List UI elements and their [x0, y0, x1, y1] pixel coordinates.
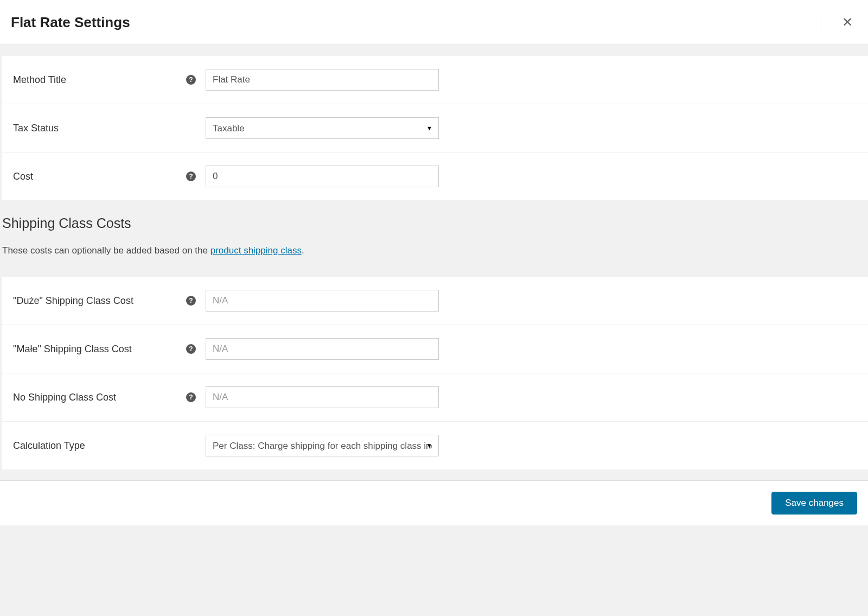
duze-input[interactable] — [206, 290, 439, 312]
page-title: Flat Rate Settings — [11, 14, 130, 31]
calc-type-select-wrap: Per Class: Charge shipping for each ship… — [206, 435, 439, 456]
male-label: "Małe" Shipping Class Cost ? — [13, 344, 206, 355]
close-area: ✕ — [821, 9, 857, 36]
no-class-row: No Shipping Class Cost ? — [2, 373, 868, 422]
header: Flat Rate Settings ✕ — [0, 0, 868, 45]
save-changes-button[interactable]: Save changes — [771, 492, 857, 515]
method-title-input[interactable] — [206, 69, 439, 91]
help-icon[interactable]: ? — [186, 75, 196, 85]
footer: Save changes — [0, 480, 868, 525]
method-title-label: Method Title ? — [13, 74, 206, 86]
help-icon[interactable]: ? — [186, 392, 196, 402]
product-shipping-class-link[interactable]: product shipping class — [210, 245, 302, 256]
calc-type-row: Calculation Type Per Class: Charge shipp… — [2, 422, 868, 469]
calc-type-label: Calculation Type — [13, 440, 206, 452]
duze-row: "Duże" Shipping Class Cost ? — [2, 277, 868, 325]
settings-table-2: "Duże" Shipping Class Cost ? "Małe" Ship… — [2, 277, 868, 469]
close-button[interactable]: ✕ — [838, 16, 857, 29]
duze-label: "Duże" Shipping Class Cost ? — [13, 295, 206, 307]
tax-status-row: Tax Status Taxable — [2, 104, 868, 153]
tax-status-select[interactable]: Taxable — [206, 117, 439, 139]
cost-input[interactable] — [206, 166, 439, 187]
male-input[interactable] — [206, 338, 439, 360]
no-class-input[interactable] — [206, 386, 439, 408]
tax-status-select-wrap: Taxable — [206, 117, 439, 139]
no-class-label: No Shipping Class Cost ? — [13, 392, 206, 403]
shipping-class-costs-heading: Shipping Class Costs — [0, 206, 868, 231]
help-icon[interactable]: ? — [186, 344, 196, 354]
cost-row: Cost ? — [2, 153, 868, 200]
calc-type-select[interactable]: Per Class: Charge shipping for each ship… — [206, 435, 439, 456]
shipping-class-costs-desc: These costs can optionally be added base… — [0, 231, 868, 266]
settings-table-1: Method Title ? Tax Status Taxable Cost ? — [2, 56, 868, 200]
help-icon[interactable]: ? — [186, 172, 196, 181]
content: Method Title ? Tax Status Taxable Cost ?… — [0, 56, 868, 469]
male-row: "Małe" Shipping Class Cost ? — [2, 325, 868, 373]
help-icon[interactable]: ? — [186, 296, 196, 306]
cost-label: Cost ? — [13, 171, 206, 182]
method-title-row: Method Title ? — [2, 56, 868, 104]
tax-status-label: Tax Status — [13, 123, 206, 134]
